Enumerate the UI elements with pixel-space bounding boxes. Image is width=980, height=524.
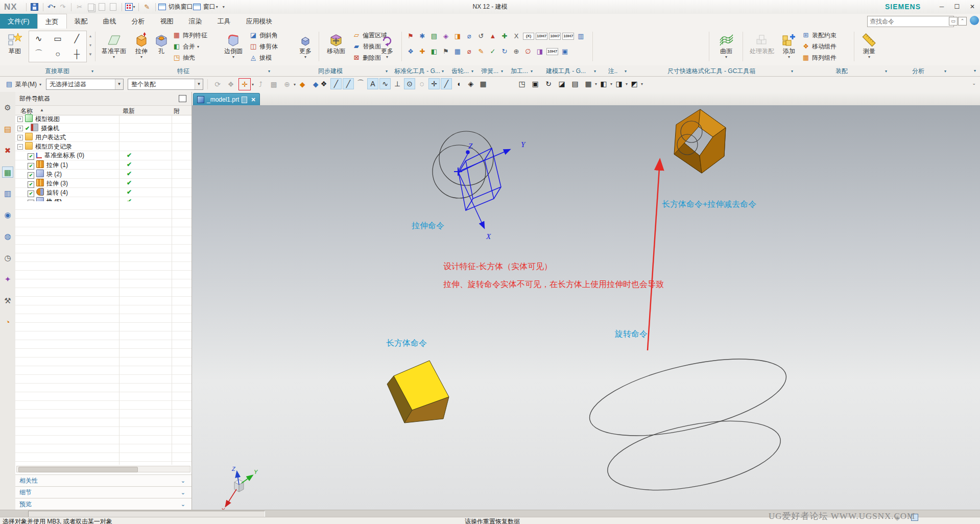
snap-point-icon[interactable]: ⌒ (355, 78, 366, 89)
toolbox-icon[interactable]: ✚ (499, 31, 510, 42)
border-bar-icon[interactable]: ⊕ (281, 79, 293, 90)
chevron-down-icon[interactable]: ⌄ (181, 478, 185, 484)
view-operation-icon[interactable]: ◧ (598, 78, 609, 89)
revolve-sketch-curves[interactable] (583, 344, 793, 502)
unite-button[interactable]: ◧合并▾ (173, 41, 220, 52)
toolbox-icon[interactable]: ⊕ (511, 46, 521, 57)
snap-point-icon[interactable]: ╱ (330, 78, 342, 89)
row-checkbox[interactable]: ✔ (28, 181, 34, 188)
ribbon-tab[interactable]: 视图 (153, 14, 181, 29)
toolbox-icon[interactable]: ↺ (476, 31, 486, 42)
ribbon-group-label[interactable]: 弹簧... ▾ (475, 65, 505, 77)
ribbon-group-label[interactable]: 齿轮... ▾ (445, 65, 475, 77)
resource-bar-icon[interactable]: ◷ (2, 252, 13, 264)
border-bar-icon[interactable]: ▩ (268, 79, 279, 90)
snap-point-icon[interactable]: ◈ (465, 78, 476, 89)
tree-row[interactable]: ✔基准坐标系 (0) ✔ (15, 151, 192, 160)
tree-row[interactable]: +用户表达式 (15, 133, 192, 142)
resource-bar-icon[interactable]: ◉ (2, 209, 13, 221)
window-layout-button[interactable]: ▾ (125, 2, 136, 12)
minimize-ribbon-icon[interactable]: ⌃ (958, 17, 967, 26)
undo-button[interactable]: ↶▾ (46, 2, 57, 12)
border-bar-icon[interactable]: ◆ (297, 79, 308, 90)
toolbox-icon[interactable]: 10H7 (536, 33, 547, 40)
scrollbar-thumb[interactable] (18, 467, 138, 472)
toolbox-icon[interactable]: ⌀ (464, 46, 474, 57)
float-panel-icon[interactable] (179, 95, 186, 102)
ribbon-overflow-arrow[interactable]: ▾ (974, 68, 976, 73)
ribbon-group-label[interactable]: 尺寸快速格式化工具 - GC工具箱 ▾ (628, 65, 795, 77)
ribbon-group-label[interactable]: 建模工具 - G... ▾ (534, 65, 597, 77)
toolbox-icon[interactable]: ▥ (576, 31, 586, 42)
profile-icon[interactable]: ∿ (29, 31, 48, 46)
snap-point-icon[interactable]: ✛ (428, 78, 440, 89)
snap-point-icon[interactable]: ▦ (477, 78, 489, 89)
row-checkbox[interactable]: ✔ (28, 172, 34, 179)
selection-filter-dropdown[interactable]: 无选择过滤器 ▼ (46, 79, 124, 90)
move-component-button[interactable]: ❖移动组件 (802, 41, 851, 52)
save-button[interactable] (29, 2, 40, 12)
toolbox-icon[interactable]: ◨ (535, 46, 545, 57)
ribbon-tab[interactable]: 曲线 (95, 14, 124, 29)
toolbox-icon[interactable]: ⌀ (464, 31, 474, 42)
cut-button[interactable]: ✂ (74, 2, 85, 12)
maximize-button[interactable]: ☐ (949, 0, 965, 13)
snap-point-icon[interactable]: ╱ (343, 78, 354, 89)
view-operation-icon[interactable]: ◩ (629, 78, 640, 89)
ribbon-tab[interactable]: 渲染 (181, 14, 210, 29)
navigator-section-bar[interactable]: 预览 ⌄ (15, 498, 192, 510)
snap-point-icon[interactable]: ◌ (416, 78, 427, 89)
toolbox-icon[interactable]: ◈ (441, 31, 451, 42)
border-bar-overflow-arrow[interactable]: ⌄ (972, 81, 976, 86)
toolbox-icon[interactable]: ▤ (429, 31, 439, 42)
toolbox-icon[interactable]: 10H7 (549, 33, 561, 40)
view-operation-icon[interactable]: ▦ (583, 78, 594, 89)
ribbon-group-label[interactable]: 加工... ▾ (505, 65, 534, 77)
assembly-constraints-button[interactable]: ⊞装配约束 (802, 30, 851, 41)
extrude-command-label[interactable]: 拉伸命令 (412, 221, 444, 231)
toolbox-icon[interactable]: ❖ (405, 46, 416, 57)
edge-blend-button[interactable]: 边倒圆 ▾ (221, 29, 246, 65)
shell-button[interactable]: ◳抽壳 (173, 52, 220, 63)
window-menu-button[interactable]: 窗口▾ (193, 2, 218, 12)
extrude-button[interactable]: 拉伸 ▾ (131, 29, 152, 65)
snap-point-icon[interactable]: ◖ (453, 78, 464, 89)
full-screen-icon[interactable]: ▭ (949, 17, 958, 26)
toolbox-icon[interactable]: ▲ (488, 31, 498, 42)
view-operation-icon[interactable]: ◨ (613, 78, 625, 89)
block-model[interactable] (387, 361, 449, 423)
toolbox-icon[interactable]: ✚ (417, 46, 427, 57)
ribbon-tab[interactable]: 装配 (67, 14, 95, 29)
revolve-command-label[interactable]: 旋转命令 (615, 329, 648, 340)
tree-row[interactable]: ✔块 (2) ✔ (15, 170, 192, 179)
annotation-arrow[interactable] (648, 160, 660, 350)
ribbon-tab[interactable]: 应用模块 (238, 14, 280, 29)
rectangle-icon[interactable]: ▭ (48, 31, 67, 46)
measure-button[interactable]: 测量 ▾ (858, 29, 880, 65)
tree-row[interactable]: +✔摄像机 (15, 124, 192, 133)
view-operation-icon[interactable]: ↻ (543, 78, 554, 89)
move-face-button[interactable]: 移动面 (323, 29, 349, 65)
paste-button[interactable] (97, 2, 108, 12)
sketch-circles[interactable] (433, 131, 493, 198)
toolbox-icon[interactable]: 10H7 (562, 33, 574, 40)
ribbon-tab[interactable]: 分析 (124, 14, 153, 29)
minimize-button[interactable]: ─ (934, 0, 949, 13)
row-checkbox[interactable]: ✔ (28, 190, 34, 197)
surface-button[interactable]: 曲面 ▾ (713, 29, 739, 65)
resource-bar-icon[interactable]: ◔ (2, 317, 13, 328)
toolbox-icon[interactable]: X (511, 31, 521, 42)
resource-bar-icon[interactable]: ▤ (2, 124, 13, 135)
view-operation-icon[interactable]: ▤ (569, 78, 581, 89)
clipboard-button[interactable] (108, 2, 119, 12)
resource-bar-icon[interactable]: ▦ (2, 166, 13, 178)
view-triad[interactable]: Z Y X (221, 466, 258, 510)
undo-dropdown-icon[interactable]: ▾ (54, 5, 56, 9)
line-icon[interactable]: ╱ (67, 31, 86, 46)
ribbon-tab[interactable]: 主页 (37, 14, 67, 29)
menu-button[interactable]: ▤ 菜单(M) ▾ (3, 79, 44, 90)
resource-bar-icon[interactable]: ⚙ (2, 102, 13, 113)
find-command-box[interactable] (867, 16, 954, 27)
copy-button[interactable] (85, 2, 97, 12)
snap-point-icon[interactable]: ╱ (441, 78, 452, 89)
